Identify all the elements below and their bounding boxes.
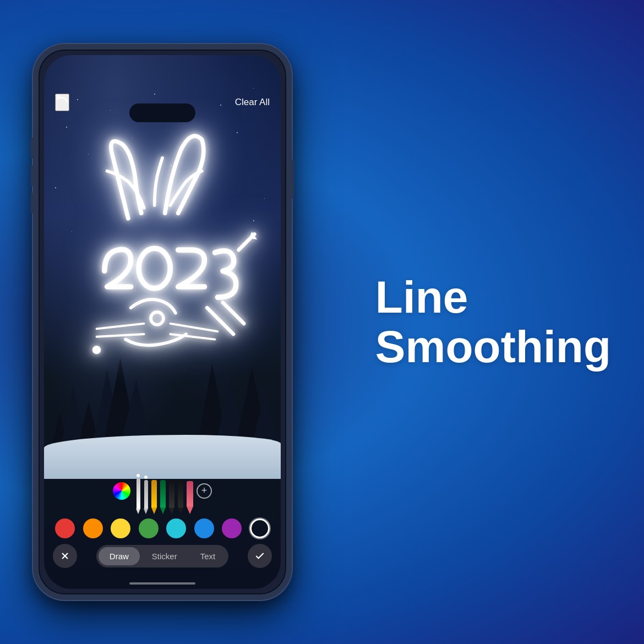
tools-row: +	[51, 467, 274, 514]
phone-mockup: Clear All	[33, 44, 292, 600]
tool-pen-dark2[interactable]	[178, 471, 183, 514]
mode-tabs-row: Draw Sticker Text	[51, 544, 274, 568]
clear-all-button[interactable]: Clear All	[235, 97, 270, 108]
feature-title-line1: Line	[375, 272, 611, 322]
color-yellow[interactable]	[111, 519, 130, 538]
color-orange[interactable]	[83, 519, 103, 538]
mode-tabs: Draw Sticker Text	[96, 545, 228, 567]
svg-point-11	[151, 312, 163, 325]
color-purple[interactable]	[222, 519, 242, 538]
cancel-button[interactable]	[53, 544, 77, 568]
screen-topbar: Clear All	[44, 94, 281, 111]
confirm-button[interactable]	[248, 544, 272, 568]
color-teal[interactable]	[166, 519, 186, 538]
tool-brush-pink[interactable]	[187, 473, 193, 514]
undo-button[interactable]	[55, 94, 69, 111]
phone-screen: Clear All	[44, 55, 281, 589]
color-wheel-picker[interactable]	[113, 482, 130, 500]
svg-point-12	[92, 346, 101, 354]
color-red[interactable]	[55, 519, 75, 538]
colors-row	[51, 519, 274, 538]
feature-text: Line Smoothing	[375, 272, 611, 372]
tool-pen-dark1[interactable]	[169, 471, 174, 514]
neon-drawing	[44, 88, 281, 391]
color-white[interactable]	[250, 519, 270, 538]
dynamic-island	[129, 103, 195, 122]
phone-frame: Clear All	[33, 44, 292, 600]
tool-pencil-white[interactable]	[136, 467, 140, 514]
tab-sticker[interactable]: Sticker	[141, 547, 188, 565]
tool-marker-green[interactable]	[160, 471, 166, 514]
tool-pencil-white2[interactable]	[144, 467, 148, 514]
tab-text[interactable]: Text	[189, 547, 227, 565]
feature-title-line2: Smoothing	[375, 322, 611, 372]
svg-point-10	[139, 248, 170, 288]
tool-marker-yellow[interactable]	[151, 471, 157, 514]
bottom-toolbar: +	[44, 467, 281, 572]
add-tool-button[interactable]: +	[197, 483, 212, 499]
color-blue[interactable]	[194, 519, 214, 538]
color-green[interactable]	[139, 519, 159, 538]
tab-draw[interactable]: Draw	[99, 547, 140, 565]
home-indicator	[129, 582, 195, 585]
